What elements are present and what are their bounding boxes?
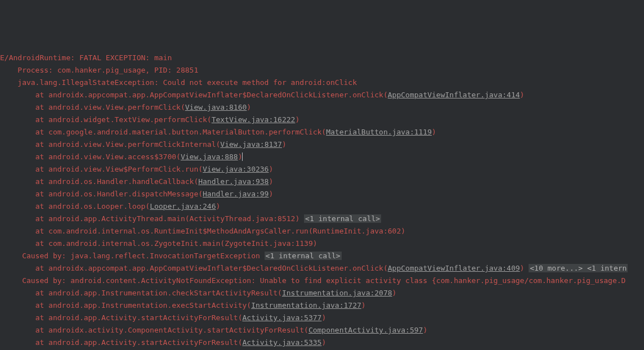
stacktrace-text: at androidx.activity.ComponentActivity.s… xyxy=(35,326,308,334)
stacktrace-text: Caused by: java.lang.reflect.InvocationT… xyxy=(22,252,264,260)
source-link[interactable]: View.java:30236 xyxy=(203,165,269,173)
log-line: at android.os.Handler.handleCallback(Han… xyxy=(0,176,644,188)
stacktrace-text: at android.app.Activity.startActivityFor… xyxy=(35,313,243,322)
stacktrace-text: ) xyxy=(269,177,273,186)
stacktrace-text: at android.widget.TextView.performClick( xyxy=(35,115,212,124)
log-line: at android.view.View$PerformClick.run(Vi… xyxy=(0,163,644,176)
stacktrace-text: at android.view.View.performClick( xyxy=(35,103,185,111)
stacktrace-text: at android.os.Looper.loop( xyxy=(35,202,150,210)
log-line: at androidx.activity.ComponentActivity.s… xyxy=(0,324,644,336)
stacktrace-text: ) xyxy=(361,301,366,309)
stacktrace-text: ) xyxy=(321,313,326,322)
stacktrace-text: ) xyxy=(216,202,221,210)
stacktrace-text: at android.os.Handler.handleCallback( xyxy=(35,177,199,186)
source-link[interactable]: AppCompatViewInflater.java:414 xyxy=(388,91,520,99)
log-line: at android.app.Instrumentation.execStart… xyxy=(0,299,644,312)
log-line: at android.app.Activity.startActivityFor… xyxy=(0,312,644,324)
stacktrace-text: at android.view.View.performClickInterna… xyxy=(35,140,221,149)
stacktrace-text: at com.android.internal.os.ZygoteInit.ma… xyxy=(35,239,317,248)
log-line: at android.app.ActivityThread.main(Activ… xyxy=(0,213,644,225)
stacktrace-text: ) xyxy=(269,190,273,198)
log-line: at android.view.View.performClick(View.j… xyxy=(0,101,644,114)
source-link[interactable]: Instrumentation.java:1727 xyxy=(251,301,361,309)
log-line: at android.app.Instrumentation.checkStar… xyxy=(0,287,644,299)
logcat-output[interactable]: E/AndroidRuntime: FATAL EXCEPTION: main … xyxy=(0,52,644,350)
log-line: at android.os.Looper.loop(Looper.java:24… xyxy=(0,200,644,213)
log-line: at android.os.Handler.dispatchMessage(Ha… xyxy=(0,188,644,200)
stacktrace-text: ) xyxy=(282,140,287,149)
log-line: Process: com.hanker.pig_usage, PID: 2885… xyxy=(0,64,644,77)
stacktrace-text: at android.view.View.access$3700( xyxy=(35,152,181,161)
source-link[interactable]: View.java:8160 xyxy=(185,103,247,111)
stacktrace-text: E/AndroidRuntime: FATAL EXCEPTION: main xyxy=(0,53,172,62)
collapsed-frames-badge[interactable]: <1 internal call> xyxy=(265,252,342,260)
log-line: at android.view.View.performClickInterna… xyxy=(0,138,644,151)
stacktrace-text: ) xyxy=(520,264,529,272)
stacktrace-text: at android.os.Handler.dispatchMessage( xyxy=(35,190,203,198)
stacktrace-text: ) xyxy=(269,165,273,173)
collapsed-frames-badge[interactable]: <1 internal call> xyxy=(304,214,381,223)
text-caret xyxy=(242,152,243,161)
stacktrace-text: at androidx.appcompat.app.AppCompatViewI… xyxy=(35,91,388,99)
source-link[interactable]: Instrumentation.java:2078 xyxy=(282,289,392,297)
stacktrace-text: ) xyxy=(295,115,299,124)
stacktrace-text: at androidx.appcompat.app.AppCompatViewI… xyxy=(35,264,388,272)
source-link[interactable]: Activity.java:5377 xyxy=(242,313,321,322)
log-line: Caused by: java.lang.reflect.InvocationT… xyxy=(0,250,644,262)
source-link[interactable]: ComponentActivity.java:597 xyxy=(308,326,423,334)
log-line: at com.google.android.material.button.Ma… xyxy=(0,126,644,138)
source-link[interactable]: MaterialButton.java:1119 xyxy=(326,128,432,136)
source-link[interactable]: Handler.java:938 xyxy=(198,177,269,186)
stacktrace-text: ) xyxy=(392,289,397,297)
source-link[interactable]: Looper.java:246 xyxy=(150,202,216,210)
stacktrace-text: ) xyxy=(520,91,525,99)
stacktrace-text: ) xyxy=(432,128,436,136)
stacktrace-text: Caused by: android.content.ActivityNotFo… xyxy=(22,276,625,285)
log-line: Caused by: android.content.ActivityNotFo… xyxy=(0,275,644,287)
stacktrace-text: Process: com.hanker.pig_usage, PID: 2885… xyxy=(17,66,198,74)
stacktrace-text: at android.app.Instrumentation.checkStar… xyxy=(35,289,282,297)
source-link[interactable]: Activity.java:5335 xyxy=(242,338,321,347)
stacktrace-text: at com.google.android.material.button.Ma… xyxy=(35,128,327,136)
source-link[interactable]: View.java:888 xyxy=(181,152,238,161)
stacktrace-text: ) xyxy=(247,103,251,111)
stacktrace-text: at com.android.internal.os.RuntimeInit$M… xyxy=(35,227,405,235)
source-link[interactable]: Handler.java:99 xyxy=(203,190,269,198)
stacktrace-text: at android.app.Instrumentation.execStart… xyxy=(35,301,252,309)
source-link[interactable]: AppCompatViewInflater.java:409 xyxy=(388,264,520,272)
log-line: at com.android.internal.os.RuntimeInit$M… xyxy=(0,225,644,237)
stacktrace-text: at android.view.View$PerformClick.run( xyxy=(35,165,203,173)
stacktrace-text: at android.app.ActivityThread.main(Activ… xyxy=(35,214,304,223)
log-line: at androidx.appcompat.app.AppCompatViewI… xyxy=(0,262,644,275)
source-link[interactable]: TextView.java:16222 xyxy=(212,115,296,124)
log-line: at android.widget.TextView.performClick(… xyxy=(0,114,644,126)
collapsed-frames-badge[interactable]: <10 more...> <1 intern xyxy=(529,264,628,272)
stacktrace-text: ) xyxy=(321,338,326,347)
stacktrace-text: ) xyxy=(423,326,427,334)
log-line: at android.app.Activity.startActivityFor… xyxy=(0,336,644,349)
log-line: at androidx.appcompat.app.AppCompatViewI… xyxy=(0,89,644,101)
source-link[interactable]: View.java:8137 xyxy=(220,140,282,149)
log-line: at com.android.internal.os.ZygoteInit.ma… xyxy=(0,237,644,250)
stacktrace-text: java.lang.IllegalStateException: Could n… xyxy=(17,78,357,87)
stacktrace-text: at android.app.Activity.startActivityFor… xyxy=(35,338,243,347)
log-line: at android.view.View.access$3700(View.ja… xyxy=(0,151,644,163)
log-line: E/AndroidRuntime: FATAL EXCEPTION: main xyxy=(0,52,644,64)
log-line: java.lang.IllegalStateException: Could n… xyxy=(0,77,644,89)
